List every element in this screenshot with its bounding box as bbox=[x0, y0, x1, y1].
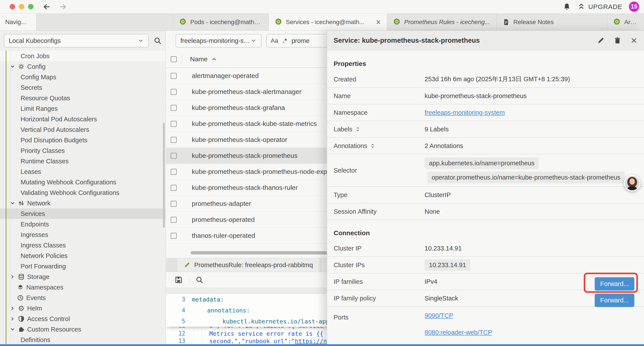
save-icon[interactable] bbox=[174, 276, 183, 284]
filter-query-text: prome bbox=[292, 37, 310, 44]
row-checkbox[interactable] bbox=[171, 153, 177, 159]
sidebar-item-services[interactable]: Services bbox=[0, 209, 166, 219]
search-icon[interactable] bbox=[154, 37, 162, 45]
labels-value[interactable]: 9 Labels bbox=[424, 126, 449, 133]
table-row[interactable]: kube-prometheus-stack-alertmanager bbox=[166, 84, 348, 100]
zoom-window-button[interactable] bbox=[28, 4, 34, 9]
created-row: Created 253d 16h 6m ago (2025年1月13日 GMT+… bbox=[327, 71, 644, 88]
sidebar-item-cron-jobs[interactable]: Cron Jobs bbox=[0, 51, 166, 61]
assistant-avatar[interactable] bbox=[624, 175, 640, 191]
tab-prometheus-rules[interactable]: Prometheus Rules - icecheng... bbox=[387, 13, 497, 30]
regex-toggle[interactable]: .* bbox=[282, 37, 287, 44]
sidebar-group-access-control[interactable]: Access Control bbox=[0, 314, 166, 324]
notification-count-badge[interactable]: 15 bbox=[629, 1, 639, 12]
sidebar-group-storage[interactable]: Storage bbox=[0, 272, 166, 282]
back-arrow-icon[interactable] bbox=[43, 3, 51, 11]
delete-trash-icon[interactable] bbox=[614, 37, 621, 44]
row-checkbox[interactable] bbox=[171, 121, 177, 127]
table-row-selected[interactable]: kube-prometheus-stack-prometheus bbox=[166, 148, 348, 164]
row-checkbox[interactable] bbox=[171, 169, 177, 175]
annotations-value[interactable]: 2 Annotations bbox=[424, 142, 463, 150]
row-checkbox[interactable] bbox=[171, 201, 177, 207]
sidebar-item-ingress-classes[interactable]: Ingress Classes bbox=[0, 240, 166, 251]
selector-chip[interactable]: operator.prometheus.io/name=kube-prometh… bbox=[427, 172, 625, 183]
sidebar-item-secrets[interactable]: Secrets bbox=[0, 82, 166, 93]
window-titlebar: UPGRADE 15 bbox=[0, 0, 644, 13]
expand-sort-icon[interactable] bbox=[355, 126, 360, 132]
kubeconfig-select[interactable]: Local Kubeconfigs bbox=[4, 34, 149, 47]
table-row[interactable]: alertmanager-operated bbox=[166, 68, 348, 84]
select-all-checkbox[interactable] bbox=[171, 56, 177, 62]
notifications-bell-icon[interactable] bbox=[563, 3, 571, 11]
match-case-toggle[interactable]: Aa bbox=[271, 37, 278, 44]
sidebar-item-config-maps[interactable]: Config Maps bbox=[0, 72, 166, 82]
upgrade-button[interactable]: UPGRADE bbox=[577, 3, 622, 11]
ip-family-policy-value: SingleStack bbox=[424, 295, 458, 302]
tab-navigator[interactable]: Navigator bbox=[0, 13, 36, 30]
yaml-editor[interactable]: 3metadata: 4annotations: 5kubectl.kubern… bbox=[166, 294, 348, 344]
table-row[interactable]: kube-prometheus-stack-grafana bbox=[166, 100, 348, 116]
sidebar-item-endpoints[interactable]: Endpoints bbox=[0, 219, 166, 230]
sidebar-item-namespaces[interactable]: Namespaces bbox=[0, 282, 166, 293]
row-checkbox[interactable] bbox=[171, 105, 177, 111]
table-row[interactable]: prometheus-operated bbox=[166, 212, 348, 228]
table-row[interactable]: prometheus-adapter bbox=[166, 196, 348, 212]
row-checkbox[interactable] bbox=[171, 137, 177, 143]
close-panel-icon[interactable] bbox=[630, 37, 638, 44]
sidebar-item-priority-classes[interactable]: Priority Classes bbox=[0, 145, 166, 156]
table-row[interactable]: kube-prometheus-stack-thanos-ruler bbox=[166, 180, 348, 196]
tab-argo[interactable]: Argo Se bbox=[607, 13, 644, 30]
sidebar-scrollbar[interactable] bbox=[163, 123, 165, 228]
row-checkbox[interactable] bbox=[171, 185, 177, 191]
sidebar-item-events[interactable]: Events bbox=[0, 293, 166, 303]
name-column-header[interactable]: Name bbox=[190, 55, 208, 63]
sidebar-item-mutating-webhook-configurations[interactable]: Mutating Webhook Configurations bbox=[0, 177, 166, 187]
namespace-link[interactable]: freeleaps-monitoring-system bbox=[424, 109, 505, 116]
horizontal-scrollbar[interactable] bbox=[190, 251, 344, 255]
sidebar-group-config[interactable]: Config bbox=[0, 61, 166, 72]
sidebar-item-resource-quotas[interactable]: Resource Quotas bbox=[0, 93, 166, 103]
namespace-select[interactable]: freeleaps-monitoring-system bbox=[176, 34, 262, 47]
table-row[interactable]: kube-prometheus-stack-prometheus-node-ex… bbox=[166, 164, 348, 180]
sidebar-item-pod-disruption-budgets[interactable]: Pod Disruption Budgets bbox=[0, 135, 166, 145]
port-link-9090[interactable]: 9090/TCP bbox=[424, 312, 492, 319]
selector-chip[interactable]: app.kubernetes.io/name=prometheus bbox=[424, 157, 539, 169]
sidebar-item-horizontal-pod-autoscalers[interactable]: Horizontal Pod Autoscalers bbox=[0, 114, 166, 124]
sidebar-item-limit-ranges[interactable]: Limit Ranges bbox=[0, 103, 166, 114]
sidebar-group-network[interactable]: Network bbox=[0, 198, 166, 209]
expand-sort-icon[interactable] bbox=[370, 143, 376, 149]
editor-tab-prometheusrule[interactable]: PrometheusRule: freeleaps-prod-rabbitmq bbox=[177, 258, 320, 272]
sidebar-item-network-policies[interactable]: Network Policies bbox=[0, 251, 166, 261]
tab-services[interactable]: Services - icecheng@math... bbox=[269, 13, 387, 30]
minimize-window-button[interactable] bbox=[19, 4, 24, 9]
sidebar-item-validating-webhook-configurations[interactable]: Validating Webhook Configurations bbox=[0, 187, 166, 198]
tab-release-notes[interactable]: Release Notes bbox=[497, 13, 607, 30]
row-checkbox[interactable] bbox=[171, 217, 177, 223]
tab-pods[interactable]: Pods - icecheng@mathmas... bbox=[173, 13, 269, 30]
forward-port-button-9090[interactable]: Forward... bbox=[595, 277, 634, 291]
table-row[interactable]: kube-prometheus-stack-kube-state-metrics bbox=[166, 116, 348, 132]
sidebar-item-port-forwarding[interactable]: Port Forwarding bbox=[0, 261, 166, 272]
sidebar-item-definitions[interactable]: Definitions bbox=[0, 335, 166, 344]
sidebar-item-runtime-classes[interactable]: Runtime Classes bbox=[0, 156, 166, 166]
forward-arrow-icon[interactable] bbox=[59, 3, 67, 11]
close-tab-icon[interactable] bbox=[376, 19, 381, 25]
table-row[interactable]: thanos-ruler-operated bbox=[166, 228, 348, 244]
sort-ascending-icon[interactable] bbox=[211, 56, 217, 62]
table-row[interactable]: kube-prometheus-stack-operator bbox=[166, 132, 348, 148]
sidebar-item-ingresses[interactable]: Ingresses bbox=[0, 230, 166, 240]
sidebar-item-vertical-pod-autoscalers[interactable]: Vertical Pod Autoscalers bbox=[0, 124, 166, 135]
row-checkbox[interactable] bbox=[171, 73, 177, 79]
sidebar-group-custom-resources[interactable]: Custom Resources bbox=[0, 324, 166, 335]
forward-port-button-8080[interactable]: Forward... bbox=[595, 294, 634, 307]
name-row: Name kube-prometheus-stack-prometheus bbox=[327, 88, 644, 104]
edit-pencil-icon[interactable] bbox=[597, 37, 604, 44]
cluster-ips-chip[interactable]: 10.233.14.91 bbox=[424, 259, 470, 271]
port-link-8080[interactable]: 8080:reloader-web/TCP bbox=[424, 329, 492, 336]
sidebar-group-helm[interactable]: Helm bbox=[0, 303, 166, 314]
sidebar-item-leases[interactable]: Leases bbox=[0, 166, 166, 177]
close-window-button[interactable] bbox=[10, 4, 15, 9]
search-icon[interactable] bbox=[196, 276, 204, 284]
row-checkbox[interactable] bbox=[171, 233, 177, 239]
row-checkbox[interactable] bbox=[171, 89, 177, 95]
